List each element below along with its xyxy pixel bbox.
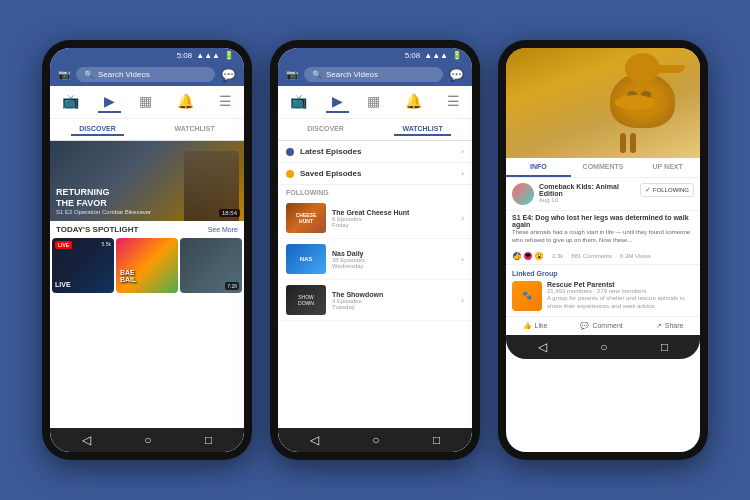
- home-btn-1[interactable]: ○: [144, 433, 151, 447]
- hero-title-1: RETURNINGTHE FAVOR: [56, 187, 151, 209]
- nav-grid-icon-2[interactable]: ▦: [361, 91, 386, 113]
- heart-reaction: ❤: [523, 251, 533, 261]
- comment-button[interactable]: 💬 Comment: [580, 322, 622, 330]
- nav-watch-icon[interactable]: 📺: [56, 91, 85, 113]
- hero-image-1[interactable]: RETURNINGTHE FAVOR S1 E2 Operation Comba…: [50, 141, 244, 221]
- bottom-nav-3: ◁ ○ □: [506, 335, 700, 359]
- messenger-icon-2[interactable]: 💬: [449, 68, 464, 82]
- nav-bell-icon[interactable]: 🔔: [171, 91, 200, 113]
- search-input-1[interactable]: 🔍 Search Videos: [76, 67, 215, 82]
- comments-count: 881 Comments: [571, 253, 612, 259]
- spotlight-item-dark[interactable]: 7:28: [180, 238, 242, 293]
- messenger-icon-1[interactable]: 💬: [221, 68, 236, 82]
- back-btn-3[interactable]: ◁: [538, 340, 547, 354]
- home-btn-3[interactable]: ○: [600, 340, 607, 354]
- tab-watchlist-2[interactable]: WATCHLIST: [394, 123, 450, 136]
- latest-label: Latest Episodes: [300, 147, 361, 156]
- group-description: A group for parents of shelter and rescu…: [547, 295, 694, 311]
- spotlight-item-baseball[interactable]: LIVE 5.5k LIVE: [52, 238, 114, 293]
- cheese-info: The Great Cheese Hunt 6 Episodes Friday: [332, 209, 455, 228]
- see-more-link[interactable]: See More: [208, 226, 238, 233]
- cheese-meta: 6 Episodes Friday: [332, 216, 455, 228]
- nas-chevron: ›: [461, 255, 464, 264]
- latest-dot: [286, 148, 294, 156]
- check-icon: ✓: [645, 186, 651, 194]
- tab-watchlist-1[interactable]: WATCHLIST: [166, 123, 222, 136]
- like-button[interactable]: 👍 Like: [523, 322, 548, 330]
- spotlight-grid: LIVE 5.5k LIVE BAEBAIL 7:28: [50, 238, 244, 295]
- tab-discover-1[interactable]: DISCOVER: [71, 123, 124, 136]
- nas-info: Nas Daily 38 Episodes Wednesday: [332, 250, 455, 269]
- follow-button[interactable]: ✓ FOLLOWING: [640, 183, 694, 197]
- detail-tab-upnext[interactable]: UP NEXT: [635, 158, 700, 177]
- tab-bar-2: DISCOVER WATCHLIST: [278, 119, 472, 141]
- status-bar-2: 5:08 ▲▲▲ 🔋: [278, 48, 472, 63]
- live-badge: LIVE: [55, 241, 72, 249]
- share-button[interactable]: ↗ Share: [656, 322, 684, 330]
- comment-icon: 💬: [580, 322, 589, 330]
- views-count: 6.3M Views: [620, 253, 651, 259]
- saved-chevron: ›: [461, 169, 464, 178]
- nav-play-icon[interactable]: ▶: [98, 91, 121, 113]
- group-members: 21,493 members · 279 new members: [547, 288, 694, 296]
- saved-episodes-item[interactable]: Saved Episodes ›: [278, 163, 472, 185]
- showdown-thumb: SHOWDOWN: [286, 285, 326, 315]
- phone-2: 5:08 ▲▲▲ 🔋 📷 🔍 Search Videos 💬 📺 ▶ ▦ 🔔 ☰…: [270, 40, 480, 460]
- nas-name: Nas Daily: [332, 250, 455, 257]
- nav-bell-icon-2[interactable]: 🔔: [399, 91, 428, 113]
- search-icon-1: 🔍: [84, 70, 94, 79]
- show-header-date: Aug 10: [539, 197, 635, 203]
- back-btn-1[interactable]: ◁: [82, 433, 91, 447]
- show-header-name: Comeback Kids: Animal Edition: [539, 183, 635, 197]
- group-avatar: 🐾: [512, 281, 542, 311]
- show-item-nas[interactable]: NAS Nas Daily 38 Episodes Wednesday ›: [278, 239, 472, 280]
- tab-discover-2[interactable]: DISCOVER: [299, 123, 352, 136]
- hero-duration-1: 18:54: [219, 209, 240, 217]
- hero-overlay-1: RETURNINGTHE FAVOR S1 E2 Operation Comba…: [56, 187, 151, 215]
- phone-1: 5:08 ▲▲▲ 🔋 📷 🔍 Search Videos 💬 📺 ▶ ▦ 🔔 ☰…: [42, 40, 252, 460]
- spotlight-item-colorful[interactable]: BAEBAIL: [116, 238, 178, 293]
- detail-tab-info[interactable]: INFO: [506, 158, 571, 177]
- episode-description: These animals had a rough start in life …: [506, 229, 700, 248]
- nav-watch-icon-2[interactable]: 📺: [284, 91, 313, 113]
- home-btn-2[interactable]: ○: [372, 433, 379, 447]
- group-card[interactable]: 🐾 Rescue Pet Parentst 21,493 members · 2…: [512, 281, 694, 311]
- latest-chevron: ›: [461, 147, 464, 156]
- back-btn-2[interactable]: ◁: [310, 433, 319, 447]
- nav-play-icon-2[interactable]: ▶: [326, 91, 349, 113]
- signal-icon: ▲▲▲: [196, 51, 220, 60]
- battery-icon-2: 🔋: [452, 51, 462, 60]
- share-icon: ↗: [656, 322, 662, 330]
- show-header: Comeback Kids: Animal Edition Aug 10 ✓ F…: [506, 178, 700, 211]
- detail-tab-comments[interactable]: COMMENTS: [571, 158, 636, 177]
- like-icon: 👍: [523, 322, 532, 330]
- camera-icon-2[interactable]: 📷: [286, 69, 298, 80]
- nav-menu-icon[interactable]: ☰: [213, 91, 238, 113]
- action-bar: 👍 Like 💬 Comment ↗ Share: [506, 316, 700, 335]
- camera-icon-1[interactable]: 📷: [58, 69, 70, 80]
- latest-episodes-item[interactable]: Latest Episodes ›: [278, 141, 472, 163]
- episode-title: S1 E4: Dog who lost her legs was determi…: [506, 211, 700, 229]
- recent-btn-1[interactable]: □: [205, 433, 212, 447]
- bottom-nav-2: ◁ ○ □: [278, 428, 472, 452]
- nav-icons-2: 📺 ▶ ▦ 🔔 ☰: [278, 86, 472, 119]
- search-icon-2: 🔍: [312, 70, 322, 79]
- group-name: Rescue Pet Parentst: [547, 281, 694, 288]
- recent-btn-2[interactable]: □: [433, 433, 440, 447]
- show-avatar: [512, 183, 534, 205]
- cheese-name: The Great Cheese Hunt: [332, 209, 455, 216]
- wow-reaction: 😮: [534, 251, 544, 261]
- saved-episodes-left: Saved Episodes: [286, 169, 361, 178]
- phone-3: INFO COMMENTS UP NEXT Comeback Kids: Ani…: [498, 40, 708, 460]
- show-header-info: Comeback Kids: Animal Edition Aug 10: [539, 183, 635, 203]
- linked-group-section: Linked Group 🐾 Rescue Pet Parentst 21,49…: [506, 265, 700, 316]
- recent-btn-3[interactable]: □: [661, 340, 668, 354]
- nav-grid-icon[interactable]: ▦: [133, 91, 158, 113]
- search-input-2[interactable]: 🔍 Search Videos: [304, 67, 443, 82]
- nav-menu-icon-2[interactable]: ☰: [441, 91, 466, 113]
- spotlight-header: TODAY'S SPOTLIGHT See More: [50, 221, 244, 238]
- saved-label: Saved Episodes: [300, 169, 361, 178]
- show-item-showdown[interactable]: SHOWDOWN The Showdown 4 Episodes Tuesday…: [278, 280, 472, 321]
- show-item-cheese[interactable]: CHEESEHUNT The Great Cheese Hunt 6 Episo…: [278, 198, 472, 239]
- signal-icon-2: ▲▲▲: [424, 51, 448, 60]
